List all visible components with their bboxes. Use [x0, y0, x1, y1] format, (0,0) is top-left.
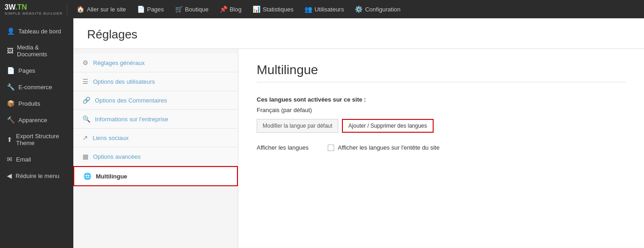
- settings-content: Multilingue Ces langues sont activées su…: [238, 49, 644, 248]
- blog-icon: 📌: [220, 5, 227, 13]
- sidebar-item-apparence[interactable]: 🔨 Apparence: [0, 112, 73, 128]
- pages-icon: 📄: [137, 5, 145, 13]
- languages-active-label: Ces langues sont activées sur ce site :: [257, 96, 626, 103]
- top-nav: 3W.TN SIMPLE WEBSITE BUILDER 🏠 Aller sur…: [0, 0, 644, 18]
- sidebar-item-ecommerce[interactable]: 🔧 E-commerce: [0, 79, 73, 95]
- multilingual-icon: 🌐: [83, 173, 91, 180]
- list-icon: ☰: [83, 78, 88, 85]
- content-area: Réglages ⚙ Réglages généraux ☰ Options d…: [73, 18, 644, 248]
- lang-display-right: Afficher les langues sur l'entête du sit…: [328, 144, 440, 151]
- produits-icon: 📦: [7, 100, 15, 107]
- nav-boutique[interactable]: 🛒 Boutique: [171, 3, 213, 16]
- ecommerce-icon: 🔧: [7, 83, 15, 91]
- lang-buttons: Modifier la langue par défaut Ajouter / …: [257, 119, 626, 133]
- sidebar-item-tableau-de-bord[interactable]: 👤 Tableau de bord: [0, 23, 73, 39]
- boutique-icon: 🛒: [175, 5, 183, 13]
- settings-menu-multilingue[interactable]: 🌐 Multilingue: [73, 166, 238, 186]
- sidebar-item-produits[interactable]: 📦 Produits: [0, 95, 73, 112]
- comment-icon: 🔗: [83, 97, 90, 104]
- page-title-bar: Réglages: [73, 18, 644, 49]
- nav-blog[interactable]: 📌 Blog: [215, 3, 246, 16]
- settings-menu-informations-entreprise[interactable]: 🔍 Informations sur l'entreprise: [73, 110, 238, 129]
- email-icon: ✉: [7, 156, 12, 163]
- collapse-icon: ◀: [7, 172, 12, 179]
- export-icon: ⬆: [7, 136, 12, 143]
- logo-sub: SIMPLE WEBSITE BUILDER: [5, 11, 62, 16]
- default-language: Français (par défaut): [257, 107, 626, 113]
- afficher-langues-checkbox[interactable]: [328, 145, 334, 151]
- page-title: Réglages: [87, 27, 630, 42]
- main-layout: 👤 Tableau de bord 🖼 Media & Documents 📄 …: [0, 18, 644, 248]
- nav-pages[interactable]: 📄 Pages: [132, 3, 169, 16]
- social-icon: ↗: [83, 134, 88, 141]
- settings-menu-reglages-generaux[interactable]: ⚙ Réglages généraux: [73, 54, 238, 72]
- advanced-icon: ▦: [83, 153, 88, 160]
- settings-menu-options-avancees[interactable]: ▦ Options avancées: [73, 147, 238, 166]
- sidebar-item-media[interactable]: 🖼 Media & Documents: [0, 39, 73, 62]
- nav-utilisateurs[interactable]: 👥 Utilisateurs: [300, 3, 348, 16]
- sidebar-item-email[interactable]: ✉ Email: [0, 151, 73, 167]
- settings-layout: ⚙ Réglages généraux ☰ Options des utilis…: [73, 49, 644, 248]
- top-nav-items: 🏠 Aller sur le site 📄 Pages 🛒 Boutique 📌…: [72, 3, 405, 16]
- lang-section: Ces langues sont activées sur ce site : …: [257, 96, 626, 151]
- sidebar-item-pages[interactable]: 📄 Pages: [0, 62, 73, 79]
- afficher-langues-label: Afficher les langues: [257, 144, 321, 151]
- sidebar: 👤 Tableau de bord 🖼 Media & Documents 📄 …: [0, 18, 73, 248]
- sidebar-item-export-structure-theme[interactable]: ⬆ Export Structure Theme: [0, 128, 73, 151]
- lang-display-row: Afficher les langues Afficher les langue…: [257, 144, 626, 151]
- info-icon: 🔍: [83, 115, 90, 123]
- logo-text: 3W: [5, 3, 15, 11]
- config-icon: ⚙️: [355, 5, 363, 13]
- nav-aller-sur-le-site[interactable]: 🏠 Aller sur le site: [72, 3, 130, 16]
- users-icon: 👥: [304, 5, 312, 13]
- sidebar-item-reduire-menu[interactable]: ◀ Réduire le menu: [0, 167, 73, 184]
- settings-sidebar: ⚙ Réglages généraux ☰ Options des utilis…: [73, 49, 238, 248]
- home-icon: 🏠: [77, 5, 84, 13]
- btn-ajouter-supprimer-langues[interactable]: Ajouter / Supprimer des langues: [342, 119, 433, 133]
- nav-configuration[interactable]: ⚙️ Configuration: [350, 3, 405, 16]
- btn-modifier-langue[interactable]: Modifier la langue par défaut: [257, 119, 338, 133]
- dashboard-icon: 👤: [7, 27, 15, 35]
- apparence-icon: 🔨: [7, 116, 15, 124]
- settings-menu-options-commentaires[interactable]: 🔗 Options des Commentaires: [73, 91, 238, 110]
- settings-menu-liens-sociaux[interactable]: ↗ Liens sociaux: [73, 129, 238, 147]
- nav-statistiques[interactable]: 📊 Statistiques: [248, 3, 298, 16]
- multilingue-title: Multilingue: [257, 63, 626, 82]
- settings-menu-options-utilisateurs[interactable]: ☰ Options des utilisateurs: [73, 72, 238, 91]
- logo[interactable]: 3W.TN SIMPLE WEBSITE BUILDER: [5, 3, 67, 16]
- gear-settings-icon: ⚙: [83, 59, 88, 66]
- pages-sidebar-icon: 📄: [7, 67, 15, 74]
- stats-icon: 📊: [253, 5, 260, 13]
- afficher-langues-text: Afficher les langues sur l'entête du sit…: [338, 144, 440, 151]
- media-icon: 🖼: [7, 47, 13, 54]
